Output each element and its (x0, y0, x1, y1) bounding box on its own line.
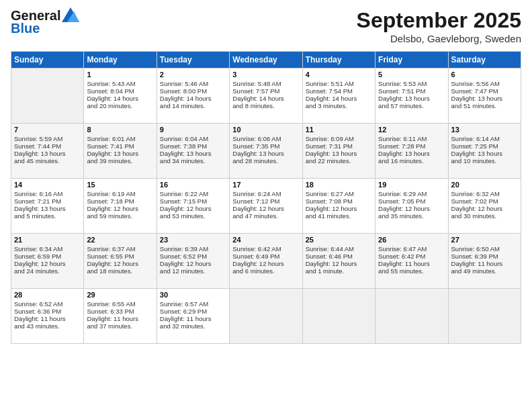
cell-text: Daylight: 12 hours (451, 205, 518, 212)
cell-text: Daylight: 14 hours (232, 95, 299, 102)
cell-text: Daylight: 13 hours (451, 150, 518, 157)
week-row-2: 14Sunrise: 6:16 AMSunset: 7:21 PMDayligh… (11, 179, 521, 234)
calendar-cell: 21Sunrise: 6:34 AMSunset: 6:59 PMDayligh… (11, 234, 84, 289)
cell-text: Sunset: 8:04 PM (87, 87, 153, 95)
cell-text: and 43 minutes. (14, 322, 81, 330)
cell-text: and 6 minutes. (232, 267, 299, 275)
calendar-table: SundayMondayTuesdayWednesdayThursdayFrid… (11, 51, 521, 344)
cell-text: Daylight: 12 hours (14, 260, 81, 267)
cell-text: Sunrise: 6:06 AM (232, 135, 299, 142)
cell-text: Daylight: 13 hours (378, 150, 445, 157)
day-number: 8 (87, 126, 153, 134)
calendar-cell: 6Sunrise: 5:56 AMSunset: 7:47 PMDaylight… (448, 68, 521, 124)
day-number: 24 (232, 236, 299, 244)
cell-text: Sunset: 7:38 PM (160, 142, 226, 150)
col-header-tuesday: Tuesday (157, 52, 229, 68)
cell-text: Daylight: 12 hours (160, 205, 226, 212)
calendar-cell: 7Sunrise: 5:59 AMSunset: 7:44 PMDaylight… (11, 124, 84, 179)
calendar-cell: 11Sunrise: 6:09 AMSunset: 7:31 PMDayligh… (302, 124, 375, 179)
cell-text: Daylight: 12 hours (87, 205, 153, 212)
calendar-cell: 23Sunrise: 6:39 AMSunset: 6:52 PMDayligh… (157, 234, 229, 289)
cell-text: Sunset: 7:51 PM (378, 87, 445, 95)
cell-text: and 5 minutes. (14, 212, 81, 220)
cell-text: and 30 minutes. (451, 212, 518, 220)
day-number: 10 (232, 126, 299, 134)
cell-text: Sunset: 7:25 PM (451, 142, 518, 150)
calendar-cell: 25Sunrise: 6:44 AMSunset: 6:46 PMDayligh… (302, 234, 375, 289)
day-number: 6 (451, 71, 518, 79)
cell-text: Sunset: 6:46 PM (306, 253, 372, 260)
day-number: 16 (160, 181, 226, 189)
cell-text: Daylight: 12 hours (232, 205, 299, 212)
calendar-cell (375, 289, 448, 344)
cell-text: Daylight: 11 hours (14, 315, 81, 322)
cell-text: Daylight: 11 hours (160, 315, 226, 322)
cell-text: Sunrise: 5:59 AM (14, 135, 81, 142)
cell-text: Daylight: 13 hours (451, 95, 518, 102)
col-header-wednesday: Wednesday (230, 52, 302, 68)
month-title: September 2025 (357, 8, 521, 33)
cell-text: and 41 minutes. (306, 212, 372, 220)
calendar-cell: 8Sunrise: 6:01 AMSunset: 7:41 PMDaylight… (84, 124, 157, 179)
day-number: 7 (14, 126, 81, 134)
calendar-cell (230, 289, 302, 344)
calendar-cell: 29Sunrise: 6:55 AMSunset: 6:33 PMDayligh… (84, 289, 157, 344)
cell-text: Sunrise: 5:48 AM (232, 80, 299, 87)
day-number: 14 (14, 181, 81, 189)
cell-text: Sunset: 6:59 PM (14, 253, 81, 260)
day-number: 3 (232, 71, 299, 79)
cell-text: Sunrise: 6:27 AM (306, 190, 372, 197)
cell-text: Sunrise: 6:16 AM (14, 190, 81, 197)
calendar-cell: 17Sunrise: 6:24 AMSunset: 7:12 PMDayligh… (230, 179, 302, 234)
calendar-cell: 4Sunrise: 5:51 AMSunset: 7:54 PMDaylight… (302, 68, 375, 124)
calendar-cell: 13Sunrise: 6:14 AMSunset: 7:25 PMDayligh… (448, 124, 521, 179)
cell-text: Sunrise: 6:50 AM (451, 245, 518, 253)
week-row-1: 7Sunrise: 5:59 AMSunset: 7:44 PMDaylight… (11, 124, 521, 179)
cell-text: Sunset: 6:36 PM (14, 308, 81, 315)
cell-text: Sunrise: 6:32 AM (451, 190, 518, 197)
day-number: 21 (14, 236, 81, 244)
day-number: 25 (306, 236, 372, 244)
cell-text: and 39 minutes. (87, 157, 153, 165)
cell-text: Sunrise: 6:29 AM (378, 190, 445, 197)
cell-text: and 8 minutes. (232, 102, 299, 109)
calendar-cell: 1Sunrise: 5:43 AMSunset: 8:04 PMDaylight… (84, 68, 157, 124)
cell-text: Sunset: 6:33 PM (87, 308, 153, 315)
calendar-cell: 9Sunrise: 6:04 AMSunset: 7:38 PMDaylight… (157, 124, 229, 179)
calendar-cell: 20Sunrise: 6:32 AMSunset: 7:02 PMDayligh… (448, 179, 521, 234)
cell-text: Sunset: 6:55 PM (87, 253, 153, 260)
cell-text: and 16 minutes. (378, 157, 445, 165)
day-number: 30 (160, 291, 226, 299)
cell-text: and 12 minutes. (160, 267, 226, 275)
location: Delsbo, Gaevleborg, Sweden (357, 33, 521, 44)
cell-text: Daylight: 13 hours (87, 150, 153, 157)
cell-text: Daylight: 12 hours (378, 205, 445, 212)
cell-text: Sunset: 7:44 PM (14, 142, 81, 150)
calendar-cell: 24Sunrise: 6:42 AMSunset: 6:49 PMDayligh… (230, 234, 302, 289)
week-row-0: 1Sunrise: 5:43 AMSunset: 8:04 PMDaylight… (11, 68, 521, 124)
day-number: 2 (160, 71, 226, 79)
cell-text: Sunset: 6:29 PM (160, 308, 226, 315)
calendar-cell: 27Sunrise: 6:50 AMSunset: 6:39 PMDayligh… (448, 234, 521, 289)
cell-text: and 59 minutes. (87, 212, 153, 220)
cell-text: Sunrise: 6:09 AM (306, 135, 372, 142)
day-number: 26 (378, 236, 445, 244)
cell-text: Sunset: 6:52 PM (160, 253, 226, 260)
cell-text: and 57 minutes. (378, 102, 445, 109)
day-number: 20 (451, 181, 518, 189)
page: General Blue September 2025 Delsbo, Gaev… (0, 0, 532, 411)
cell-text: Sunrise: 6:11 AM (378, 135, 445, 142)
cell-text: Sunrise: 6:44 AM (306, 245, 372, 253)
calendar-cell: 26Sunrise: 6:47 AMSunset: 6:42 PMDayligh… (375, 234, 448, 289)
cell-text: and 55 minutes. (378, 267, 445, 275)
cell-text: Sunrise: 6:47 AM (378, 245, 445, 253)
day-number: 23 (160, 236, 226, 244)
col-header-saturday: Saturday (448, 52, 521, 68)
calendar-cell: 14Sunrise: 6:16 AMSunset: 7:21 PMDayligh… (11, 179, 84, 234)
calendar-cell: 30Sunrise: 6:57 AMSunset: 6:29 PMDayligh… (157, 289, 229, 344)
day-number: 15 (87, 181, 153, 189)
cell-text: Daylight: 12 hours (232, 260, 299, 267)
cell-text: Sunset: 7:47 PM (451, 87, 518, 95)
cell-text: Daylight: 13 hours (160, 150, 226, 157)
cell-text: Sunrise: 5:43 AM (87, 80, 153, 87)
